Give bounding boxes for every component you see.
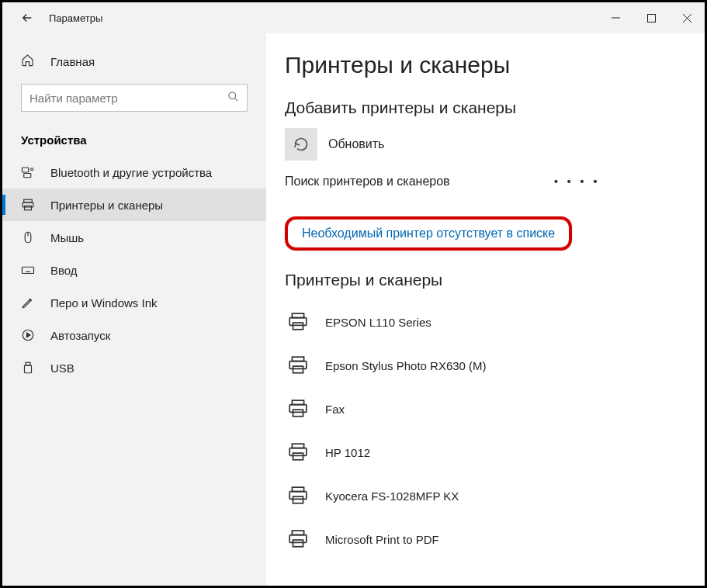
list-item[interactable]: Microsoft Print to PDF [285, 517, 677, 561]
autoplay-icon [21, 328, 36, 342]
printer-icon [21, 198, 36, 212]
sidebar-home[interactable]: Главная [2, 47, 266, 76]
list-item[interactable]: Epson Stylus Photo RX630 (M) [285, 344, 677, 387]
sidebar-item-label: Автозапуск [50, 329, 110, 342]
svg-rect-6 [23, 168, 29, 172]
svg-rect-31 [289, 405, 307, 413]
svg-line-5 [234, 98, 237, 101]
titlebar: Параметры [2, 2, 705, 33]
printer-icon [285, 310, 311, 334]
bluetooth-devices-icon [21, 165, 36, 179]
status-text: Поиск принтеров и сканеров [285, 175, 450, 188]
svg-rect-26 [293, 323, 303, 330]
window-controls [598, 2, 705, 33]
minimize-button[interactable] [598, 2, 633, 33]
pen-icon [21, 296, 36, 310]
search-input[interactable]: Найти параметр [21, 84, 248, 112]
list-item[interactable]: EPSON L110 Series [285, 300, 677, 344]
svg-rect-34 [289, 448, 307, 456]
svg-rect-41 [293, 540, 303, 547]
sidebar-item-autoplay[interactable]: Автозапуск [2, 319, 266, 351]
usb-icon [21, 361, 36, 375]
home-icon [21, 54, 36, 70]
mouse-icon [21, 230, 36, 244]
sidebar-item-usb[interactable]: USB [2, 351, 266, 384]
printer-name: Fax [325, 403, 345, 416]
sidebar-item-label: Ввод [50, 264, 78, 277]
sidebar-item-label: Мышь [50, 231, 84, 244]
list-item[interactable]: Fax [285, 387, 677, 431]
printer-name: EPSON L110 Series [325, 316, 431, 329]
svg-rect-35 [293, 453, 303, 460]
close-button[interactable] [669, 2, 705, 33]
back-button[interactable] [12, 2, 43, 33]
maximize-button[interactable] [633, 2, 669, 33]
printer-not-listed-link[interactable]: Необходимый принтер отсутствует в списке [285, 216, 572, 251]
svg-rect-28 [289, 361, 307, 369]
sidebar-item-label: Bluetooth и другие устройства [50, 166, 212, 179]
svg-rect-11 [25, 206, 32, 210]
page-title: Принтеры и сканеры [285, 52, 677, 78]
search-status: Поиск принтеров и сканеров • • • • [285, 175, 677, 189]
svg-rect-29 [293, 366, 303, 373]
printer-name: Kyocera FS-1028MFP KX [325, 489, 459, 503]
sidebar-category: Устройства [2, 126, 266, 156]
sidebar: Главная Найти параметр Устройства Blueto… [2, 33, 266, 586]
sidebar-item-printers[interactable]: Принтеры и сканеры [2, 189, 266, 221]
svg-point-8 [31, 168, 33, 171]
svg-rect-37 [289, 492, 307, 500]
printer-icon [285, 354, 311, 377]
svg-rect-7 [24, 174, 31, 178]
loading-dots-icon: • • • • [554, 175, 600, 188]
body: Главная Найти параметр Устройства Blueto… [2, 33, 705, 586]
sidebar-item-label: Перо и Windows Ink [50, 296, 158, 310]
printers-section-title: Принтеры и сканеры [285, 271, 677, 289]
svg-rect-25 [289, 318, 307, 326]
add-section-title: Добавить принтеры и сканеры [285, 99, 677, 117]
printer-name: HP 1012 [325, 446, 370, 459]
printer-icon [285, 441, 311, 464]
keyboard-icon [21, 263, 36, 277]
svg-rect-32 [293, 410, 303, 417]
svg-rect-38 [293, 496, 303, 503]
svg-point-4 [229, 92, 236, 99]
svg-rect-1 [647, 14, 655, 22]
search-placeholder: Найти параметр [29, 92, 227, 105]
list-item[interactable]: HP 1012 [285, 431, 677, 474]
printer-icon [285, 527, 311, 551]
content: Принтеры и сканеры Добавить принтеры и с… [266, 33, 705, 586]
sidebar-item-pen[interactable]: Перо и Windows Ink [2, 286, 266, 319]
settings-window: Параметры Главная Найти параметр [0, 0, 707, 588]
sidebar-item-label: Принтеры и сканеры [50, 199, 163, 212]
refresh-row: Обновить [285, 128, 677, 161]
printer-icon [285, 397, 311, 420]
printer-icon [285, 484, 311, 507]
sidebar-item-mouse[interactable]: Мышь [2, 221, 266, 254]
svg-rect-14 [23, 267, 34, 273]
refresh-button[interactable] [285, 128, 317, 161]
sidebar-item-bluetooth[interactable]: Bluetooth и другие устройства [2, 156, 266, 189]
sidebar-item-typing[interactable]: Ввод [2, 254, 266, 286]
sidebar-home-label: Главная [50, 55, 95, 68]
search-icon [227, 91, 239, 105]
svg-marker-21 [27, 333, 31, 337]
sidebar-item-label: USB [50, 361, 75, 375]
list-item[interactable]: Kyocera FS-1028MFP KX [285, 474, 677, 517]
printers-list: EPSON L110 Series Epson Stylus Photo RX6… [285, 300, 677, 561]
svg-rect-40 [289, 535, 307, 543]
printer-name: Microsoft Print to PDF [325, 533, 439, 546]
window-title: Параметры [49, 12, 102, 24]
printer-name: Epson Stylus Photo RX630 (M) [325, 359, 487, 372]
refresh-label: Обновить [328, 137, 384, 151]
svg-rect-23 [25, 365, 32, 373]
